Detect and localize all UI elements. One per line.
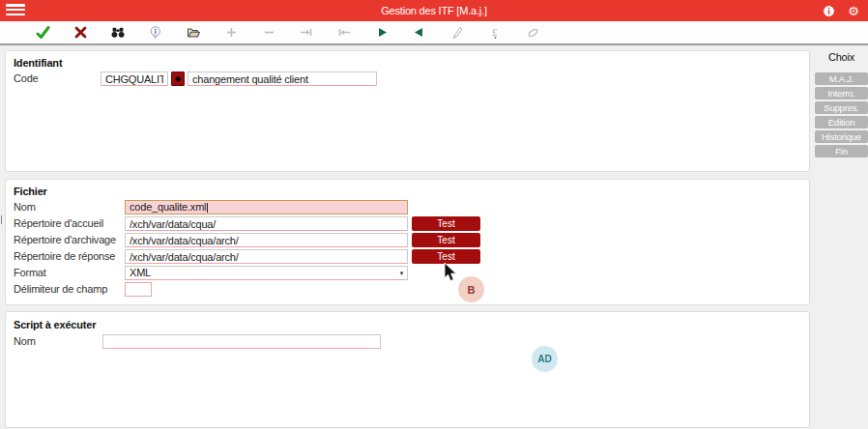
add-icon [219, 24, 243, 42]
mouse-cursor [444, 263, 458, 285]
eraser-icon [521, 24, 544, 42]
sidebar-button-fin[interactable]: Fin [815, 145, 868, 157]
window-title: Gestion des ITF [M.a.j.] [0, 0, 868, 21]
delimiteur-input[interactable] [125, 282, 152, 297]
title-bar: Gestion des ITF [M.a.j.] ⚙ [0, 0, 868, 21]
previous-record-icon[interactable] [408, 24, 431, 42]
nom-input[interactable]: code_qualite.xml [125, 200, 408, 214]
identifiant-title: Identifiant [14, 57, 62, 69]
delimiteur-label: Délimiteur de champ [14, 282, 107, 297]
sidebar-title: Choix [815, 51, 868, 63]
remove-icon [257, 24, 280, 42]
svg-text:£: £ [492, 26, 498, 38]
nom-label: Nom [14, 200, 36, 214]
go-to-first-icon [333, 24, 356, 42]
stray-caret-artifact [1, 215, 2, 224]
code-lookup-button[interactable]: ◆ [171, 72, 185, 86]
sidebar-button-historique[interactable]: Historique [815, 130, 868, 143]
sidebar-button-maj[interactable]: M.A.J. [815, 72, 868, 85]
script-title: Script à exécuter [14, 319, 96, 330]
gear-icon[interactable]: ⚙ [847, 4, 860, 17]
fichier-title: Fichier [14, 186, 47, 197]
repertoire-reponse-label: Répertoire de réponse [14, 249, 115, 264]
info-icon[interactable] [822, 4, 835, 17]
code-input[interactable] [101, 72, 168, 86]
test-accueil-button[interactable]: Test [412, 216, 480, 231]
text-caret [207, 203, 208, 213]
edit-pencil-icon [446, 24, 469, 42]
script-panel: Script à exécuter Nom [5, 311, 810, 428]
repertoire-accueil-label: Répertoire d'accueil [14, 216, 103, 231]
repertoire-archivage-input[interactable] [125, 233, 408, 247]
test-reponse-button[interactable]: Test [412, 249, 480, 264]
go-to-last-icon [295, 24, 318, 42]
fichier-panel: Fichier Nom code_qualite.xml Répertoire … [5, 179, 810, 305]
binoculars-search-icon[interactable] [106, 24, 130, 42]
toolbar: £ [0, 21, 868, 45]
chevron-down-icon: ▾ [400, 267, 403, 279]
repertoire-reponse-input[interactable] [125, 249, 408, 264]
identifiant-panel: Identifiant Code ◆ [5, 50, 810, 172]
script-nom-label: Nom [14, 334, 36, 349]
open-file-icon[interactable] [182, 24, 205, 42]
validate-check-icon[interactable] [31, 24, 54, 42]
cancel-x-icon[interactable] [69, 24, 92, 42]
sidebar-button-edition[interactable]: Edition [815, 116, 868, 129]
app-window: Gestion des ITF [M.a.j.] ⚙ [0, 0, 868, 429]
sidebar-button-suppres[interactable]: Suppres. [815, 101, 868, 114]
code-description-input[interactable] [188, 72, 377, 86]
repertoire-accueil-input[interactable] [125, 216, 408, 231]
presence-badge-ad: AD [532, 346, 558, 372]
test-archivage-button[interactable]: Test [412, 233, 480, 247]
presence-badge-b: B [458, 276, 484, 302]
code-label: Code [14, 72, 39, 86]
next-record-icon[interactable] [370, 24, 393, 42]
lamp-icon: £ [483, 24, 506, 42]
format-label: Format [14, 266, 46, 280]
format-select[interactable]: XML ▾ [125, 266, 408, 280]
repertoire-archivage-label: Répertoire d'archivage [14, 233, 116, 247]
script-nom-input[interactable] [102, 334, 381, 349]
sidebar-button-interro[interactable]: Interro. [815, 87, 868, 100]
info-balloon-icon[interactable] [144, 24, 167, 42]
